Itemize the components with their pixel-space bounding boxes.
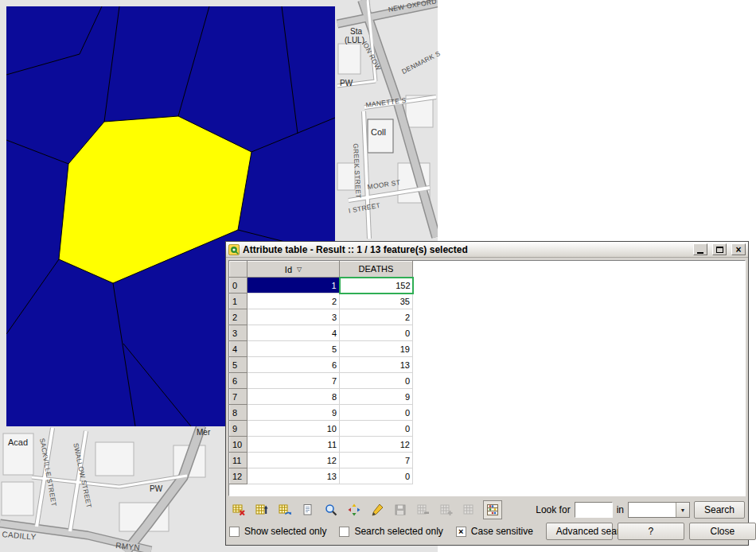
- deaths-cell[interactable]: 12: [340, 437, 413, 453]
- invert-selection-button[interactable]: [275, 500, 294, 519]
- help-button[interactable]: ?: [618, 523, 684, 540]
- table-row: 4 5 19: [230, 341, 413, 357]
- row-header[interactable]: 1: [230, 293, 247, 309]
- corner-header[interactable]: [230, 262, 247, 278]
- row-header[interactable]: 0: [230, 278, 247, 293]
- close-window-button[interactable]: Close: [689, 523, 756, 540]
- map-label: PW: [150, 484, 162, 493]
- table-footer: Show selected only Search selected only …: [228, 522, 746, 542]
- new-row-icon: [463, 503, 476, 516]
- id-cell[interactable]: 12: [247, 453, 340, 468]
- row-header[interactable]: 8: [230, 405, 247, 421]
- pan-to-selected-icon: [348, 503, 360, 516]
- copy-rows-button[interactable]: [298, 500, 318, 519]
- deaths-cell[interactable]: 0: [340, 468, 413, 484]
- id-cell[interactable]: 3: [247, 309, 340, 325]
- in-label: in: [617, 504, 624, 515]
- show-selected-only-label: Show selected only: [244, 526, 326, 537]
- column-header-id[interactable]: Id ▽: [247, 262, 340, 278]
- id-cell[interactable]: 11: [247, 437, 340, 453]
- deaths-cell[interactable]: 0: [340, 325, 413, 341]
- search-input[interactable]: [575, 502, 613, 518]
- id-cell[interactable]: 9: [247, 405, 340, 421]
- row-header[interactable]: 2: [230, 309, 247, 325]
- deaths-cell[interactable]: 0: [340, 421, 413, 437]
- row-header[interactable]: 11: [230, 453, 247, 468]
- case-sensitive-checkbox[interactable]: ×: [456, 527, 466, 537]
- search-button[interactable]: Search: [694, 501, 745, 519]
- table-row: 6 7 0: [230, 373, 413, 389]
- table-row: 12 13 0: [230, 468, 413, 484]
- delete-column-icon: [417, 503, 430, 516]
- deaths-cell[interactable]: 0: [340, 373, 413, 389]
- deaths-cell[interactable]: 19: [340, 341, 413, 357]
- toggle-editing-icon: [371, 503, 384, 516]
- close-icon: ×: [735, 245, 741, 255]
- app-icon: [228, 244, 240, 255]
- show-selected-only-checkbox[interactable]: [229, 527, 240, 537]
- invert-selection-icon: [279, 503, 291, 516]
- map-label: Coll: [371, 127, 386, 137]
- maximize-icon: [716, 247, 723, 253]
- new-column-button[interactable]: [437, 500, 456, 519]
- id-cell[interactable]: 4: [247, 325, 340, 341]
- field-select[interactable]: ▼: [628, 502, 690, 518]
- delete-column-button[interactable]: [414, 500, 433, 519]
- advanced-search-button[interactable]: Advanced search: [546, 523, 613, 540]
- deaths-cell[interactable]: 2: [340, 309, 413, 325]
- window-client: Id ▽ DEATHS 0 1 152 1: [228, 260, 746, 542]
- minimize-button[interactable]: [693, 243, 707, 255]
- field-calculator-icon: [486, 503, 499, 516]
- deaths-cell[interactable]: 152: [340, 278, 413, 293]
- row-header[interactable]: 7: [230, 389, 247, 405]
- deaths-cell[interactable]: 9: [340, 389, 413, 405]
- column-header-deaths[interactable]: DEATHS: [340, 262, 413, 278]
- deaths-cell[interactable]: 13: [340, 357, 413, 373]
- id-cell[interactable]: 7: [247, 373, 340, 389]
- row-header[interactable]: 3: [230, 325, 247, 341]
- id-cell[interactable]: 8: [247, 389, 340, 405]
- zoom-to-selected-button[interactable]: [321, 500, 341, 519]
- toggle-editing-button[interactable]: [368, 500, 387, 519]
- row-header[interactable]: 12: [230, 468, 247, 484]
- id-cell[interactable]: 5: [247, 341, 340, 357]
- id-cell[interactable]: 2: [247, 293, 340, 309]
- row-header[interactable]: 4: [230, 341, 247, 357]
- maximize-button[interactable]: [712, 243, 727, 255]
- unselect-all-button[interactable]: [229, 500, 248, 519]
- table-row: 3 4 0: [230, 325, 413, 341]
- deaths-cell[interactable]: 7: [340, 453, 413, 468]
- save-edits-button[interactable]: [391, 500, 410, 519]
- table-row: 5 6 13: [230, 357, 413, 373]
- id-cell[interactable]: 10: [247, 421, 340, 437]
- zoom-to-selected-icon: [325, 503, 337, 516]
- deaths-cell[interactable]: 35: [340, 293, 413, 309]
- id-cell[interactable]: 13: [247, 468, 340, 484]
- field-calculator-button[interactable]: [483, 500, 502, 519]
- chevron-down-icon: ▼: [676, 503, 689, 517]
- id-cell[interactable]: 1: [247, 278, 340, 293]
- row-header[interactable]: 10: [230, 437, 247, 453]
- search-selected-only-checkbox[interactable]: [339, 527, 349, 537]
- table-row: 10 11 12: [230, 437, 413, 453]
- sort-indicator-icon: ▽: [297, 266, 302, 273]
- close-button[interactable]: ×: [731, 243, 746, 255]
- window-titlebar[interactable]: Attribute table - Result :: 1 / 13 featu…: [226, 242, 748, 258]
- move-selected-to-top-button[interactable]: [252, 500, 271, 519]
- table-row: 9 10 0: [230, 421, 413, 437]
- search-selected-only-label: Search selected only: [354, 526, 442, 537]
- map-label: Mer: [197, 428, 210, 437]
- map-label: PW: [340, 79, 353, 87]
- attribute-table[interactable]: Id ▽ DEATHS 0 1 152 1: [228, 260, 746, 496]
- move-selected-to-top-icon: [255, 503, 268, 516]
- map-label: Sta: [350, 27, 362, 36]
- row-header[interactable]: 9: [230, 421, 247, 437]
- row-header[interactable]: 5: [230, 357, 247, 373]
- new-row-button[interactable]: [460, 500, 479, 519]
- table-row: 8 9 0: [230, 405, 413, 421]
- row-header[interactable]: 6: [230, 373, 247, 389]
- deaths-cell[interactable]: 0: [340, 405, 413, 421]
- id-cell[interactable]: 6: [247, 357, 340, 373]
- pan-to-selected-button[interactable]: [345, 500, 364, 519]
- field-select-value: [629, 503, 676, 517]
